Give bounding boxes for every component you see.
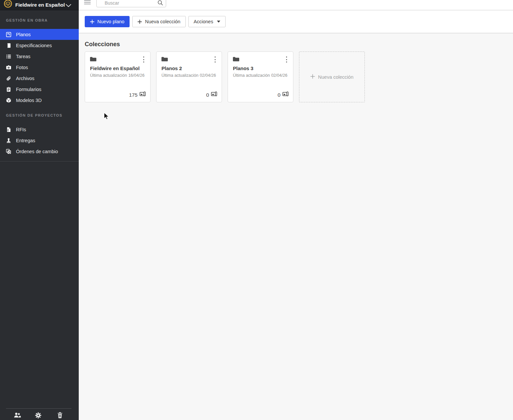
collection-card[interactable]: Fieldwire en Español Última actualizació… — [85, 52, 151, 102]
collection-updated: Última actualización02/04/26 — [161, 73, 216, 78]
workspace-switcher[interactable]: Fieldwire en Español — [0, 0, 79, 10]
cube-3d-icon — [6, 98, 11, 103]
sidebar-item-ordenes-de-cambio[interactable]: Órdenes de cambio — [0, 146, 79, 157]
sidebar-footer — [0, 412, 79, 420]
toolbar: Nuevo plano Nueva colección Acciones — [79, 10, 513, 33]
sidebar-item-label: Tareas — [16, 54, 31, 59]
sidebar-item-modelos-3d[interactable]: Modelos 3D — [0, 95, 79, 106]
sidebar-item-planos[interactable]: Planos — [0, 29, 79, 40]
stamp-icon — [6, 138, 11, 143]
clipboard-icon — [6, 87, 11, 92]
search-icon[interactable] — [157, 0, 163, 6]
topbar — [79, 0, 513, 10]
page-title: Colecciones — [85, 41, 513, 48]
plan-sheet-icon — [282, 91, 289, 98]
collection-name[interactable]: Planos 2 — [161, 65, 218, 71]
sidebar-item-formularios[interactable]: Formularios — [0, 84, 79, 95]
plan-count: 0 — [206, 91, 217, 98]
sidebar-footer-divider — [6, 408, 71, 409]
fieldwire-logo-icon — [4, 0, 12, 9]
tasks-list-icon — [6, 54, 11, 59]
section-label-site-management: GESTIÓN EN OBRA — [6, 18, 79, 23]
folder-icon — [233, 56, 240, 62]
sidebar-item-tareas[interactable]: Tareas — [0, 51, 79, 62]
kebab-menu-icon[interactable] — [284, 56, 288, 63]
caret-down-icon — [217, 21, 220, 23]
rfi-document-icon — [6, 127, 11, 132]
sidebar-item-label: Entregas — [16, 138, 35, 143]
plans-icon — [6, 32, 11, 37]
sidebar-item-rfis[interactable]: RFIs — [0, 124, 79, 135]
change-order-icon — [6, 149, 11, 154]
collection-name[interactable]: Fieldwire en Español — [90, 65, 146, 71]
sidebar-item-especificaciones[interactable]: Especificaciones — [0, 40, 79, 51]
kebab-menu-icon[interactable] — [213, 56, 217, 63]
sidebar-item-entregas[interactable]: Entregas — [0, 135, 79, 146]
collection-card[interactable]: Planos 2 Última actualización02/04/26 0 — [156, 52, 222, 102]
camera-icon — [6, 65, 11, 70]
people-icon[interactable] — [13, 412, 21, 418]
sidebar-divider — [0, 161, 79, 161]
sidebar: Fieldwire en Español GESTIÓN EN OBRA Pla… — [0, 0, 79, 420]
hamburger-menu-icon[interactable] — [84, 0, 91, 5]
sidebar-item-label: Fotos — [16, 65, 28, 70]
plan-count: 0 — [277, 91, 289, 98]
actions-dropdown-button[interactable]: Acciones — [188, 16, 226, 27]
sidebar-item-label: RFIs — [16, 127, 26, 132]
kebab-menu-icon[interactable] — [142, 56, 146, 63]
plus-icon — [310, 74, 315, 80]
gear-icon[interactable] — [35, 412, 42, 419]
plus-icon — [90, 20, 94, 24]
trash-icon[interactable] — [57, 412, 63, 418]
folder-icon — [161, 56, 168, 62]
sidebar-item-label: Órdenes de cambio — [16, 149, 58, 154]
sidebar-item-label: Especificaciones — [16, 43, 52, 48]
collection-card[interactable]: Planos 3 Última actualización02/04/26 0 — [228, 52, 293, 102]
plus-icon — [138, 20, 142, 24]
plan-count: 175 — [129, 91, 146, 98]
new-collection-button[interactable]: Nueva colección — [132, 16, 185, 27]
section-label-project-management: GESTIÓN DE PROYECTOS — [6, 113, 79, 118]
sidebar-item-label: Planos — [16, 32, 31, 37]
chevron-down-icon[interactable] — [65, 3, 71, 9]
new-collection-card[interactable]: Nueva colección — [299, 52, 365, 102]
specifications-icon — [6, 43, 11, 48]
paperclip-icon — [6, 76, 11, 81]
search-box — [96, 0, 166, 7]
sidebar-item-fotos[interactable]: Fotos — [0, 62, 79, 73]
collections-panel: Colecciones Fieldwire en Español Última … — [79, 33, 513, 420]
new-plan-button[interactable]: Nuevo plano — [85, 16, 130, 27]
collection-updated: Última actualización16/04/26 — [90, 73, 145, 78]
sidebar-item-label: Archivos — [16, 76, 35, 81]
plan-sheet-icon — [211, 91, 217, 98]
collections-grid: Fieldwire en Español Última actualizació… — [85, 52, 513, 102]
workspace-title: Fieldwire en Español — [15, 0, 65, 10]
collection-updated: Última actualización02/04/26 — [233, 73, 287, 78]
search-input[interactable] — [105, 0, 154, 6]
collection-name[interactable]: Planos 3 — [233, 65, 289, 71]
folder-icon — [90, 56, 97, 62]
sidebar-item-label: Formularios — [16, 87, 42, 92]
sidebar-item-archivos[interactable]: Archivos — [0, 73, 79, 84]
plan-sheet-icon — [140, 91, 146, 98]
sidebar-item-label: Modelos 3D — [16, 98, 42, 103]
